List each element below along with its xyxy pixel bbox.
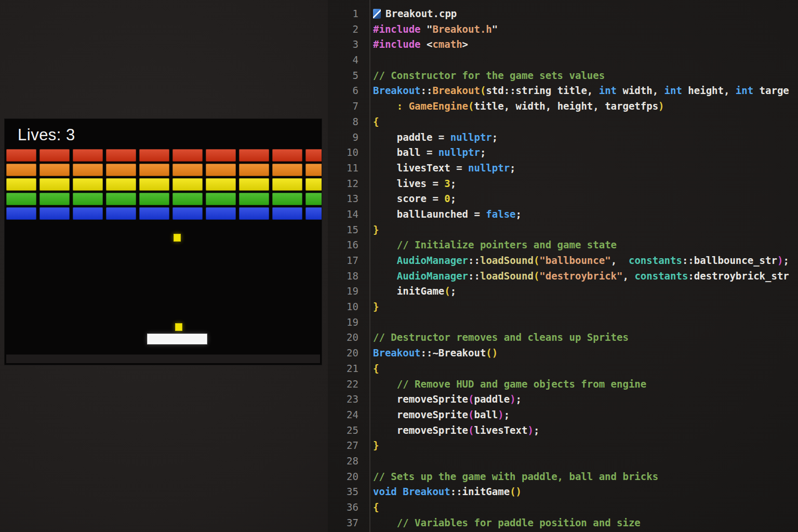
line-number: 2 [328,22,358,37]
code-token: 0 [444,191,450,207]
code-token: ( [468,407,474,423]
code-line[interactable]: 22 // Remove HUD and game objects from e… [328,377,798,392]
code-text: #include "Breakout.h" [373,22,798,37]
brick [272,149,302,162]
code-line[interactable]: 13 score = 0; [328,191,798,207]
code-line[interactable]: 5// Constructor for the game sets values [328,68,798,84]
brick [73,164,103,176]
code-text: // Constructor for the game sets values [373,68,798,84]
code-token: ::~Breakout [421,345,486,361]
code-token: height, [682,83,736,99]
code-token: ; [450,191,456,207]
code-text: // Sets up the game with paddle, ball an… [373,469,798,485]
brick [106,193,136,205]
code-line[interactable]: 28 [328,454,798,469]
brick [305,164,322,176]
brick [106,178,136,191]
brick [172,164,203,176]
code-token [373,237,397,253]
code-token: AudioManager [397,269,468,284]
code-line[interactable]: 18 AudioManager::loadSound("destroybrick… [328,269,798,284]
brick [6,193,36,205]
code-token: Breakout.h [432,22,491,37]
code-token: ( [534,253,539,269]
code-token: title, width, height, targetfps [474,99,659,114]
code-line[interactable]: 10 ball = nullptr; [328,145,798,161]
code-line[interactable]: 15} [328,222,798,238]
brick [239,193,269,205]
code-text: } [373,222,798,238]
code-token: void [373,484,397,500]
line-number: 18 [328,269,358,284]
brick [305,207,322,220]
code-text: void Breakout::initGame() [373,484,798,500]
code-line[interactable]: 37 // Variables for paddle position and … [328,515,798,531]
code-line[interactable]: 11 livesText = nullptr; [328,161,798,176]
code-token: ; [510,161,515,176]
line-number: 20 [328,345,358,361]
code-token: ; [516,392,522,407]
code-line[interactable]: 19 [328,315,798,330]
brick [39,207,70,220]
breakout-game-window[interactable]: Lives: 3 [4,118,322,365]
line-number: 16 [328,237,358,253]
code-line[interactable]: 12 lives = 3; [328,176,798,192]
code-token: ( [534,269,539,284]
code-line[interactable]: 17 AudioManager::loadSound("ballbounce",… [328,253,798,269]
line-number: 28 [328,454,358,469]
code-token: // Variables for paddle position and siz… [397,515,641,531]
code-line[interactable]: 6Breakout::Breakout(std::string title, i… [328,83,798,99]
code-line[interactable]: 3#include <cmath> [328,37,798,52]
code-line[interactable]: 20// Destructor removes and cleans up Sp… [328,330,798,345]
code-token: GameEngine [409,99,468,114]
code-line[interactable]: 35void Breakout::initGame() [328,484,798,500]
code-text: // Destructor removes and cleans up Spri… [373,330,798,345]
brick [106,207,136,220]
code-line[interactable]: 36{ [328,500,798,515]
code-line[interactable]: 23 removeSprite(paddle); [328,392,798,407]
line-number: 3 [328,37,358,52]
code-line[interactable]: 9 paddle = nullptr; [328,130,798,145]
code-line[interactable]: 27} [328,438,798,454]
code-line[interactable]: 10} [328,299,798,315]
code-line[interactable]: 1Breakout.cpp [328,6,798,22]
code-text: // Initialize pointers and game state [373,237,798,253]
code-line[interactable]: 4 [328,52,798,68]
code-token: > [462,37,468,52]
code-token: loadSound [480,269,534,284]
lives-counter: Lives: 3 [18,126,75,144]
brick [305,178,322,191]
code-text: ballLaunched = false; [373,207,798,222]
code-editor[interactable]: 1Breakout.cpp2#include "Breakout.h"3#inc… [328,0,798,532]
code-line[interactable]: 20Breakout::~Breakout() [328,345,798,361]
code-line[interactable]: 21{ [328,361,798,377]
code-line[interactable]: 2#include "Breakout.h" [328,22,798,37]
code-line[interactable]: 16 // Initialize pointers and game state [328,237,798,253]
line-number: 25 [328,423,358,438]
code-text: removeSprite(livesText); [373,423,798,438]
line-number: 22 [328,377,358,392]
code-line[interactable]: 24 removeSprite(ball); [328,407,798,423]
code-token: ; [450,284,456,299]
code-token: :destroybrick_str [688,269,789,284]
code-line[interactable]: 8{ [328,114,798,130]
code-token: , [623,269,635,284]
code-token: // Sets up the game with paddle, ball an… [373,469,658,485]
code-line[interactable]: 14 ballLaunched = false; [328,207,798,222]
code-token: #include [373,37,421,52]
line-number: 5 [328,68,358,84]
code-token: Breakout [432,83,480,99]
code-token: ballLaunched = [373,207,486,222]
code-token: ball [474,407,498,423]
brick [172,193,203,205]
code-text: paddle = nullptr; [373,130,798,145]
code-token: // Initialize pointers and game state [397,237,617,253]
code-token: int [736,83,753,99]
code-line[interactable]: 20// Sets up the game with paddle, ball … [328,469,798,485]
code-line[interactable]: 7 : GameEngine(title, width, height, tar… [328,99,798,114]
code-line[interactable]: 19 initGame(; [328,284,798,299]
code-line[interactable]: 25 removeSprite(livesText); [328,423,798,438]
code-text: #include <cmath> [373,37,798,52]
cpp-file-icon [373,9,381,19]
brick [39,178,70,191]
